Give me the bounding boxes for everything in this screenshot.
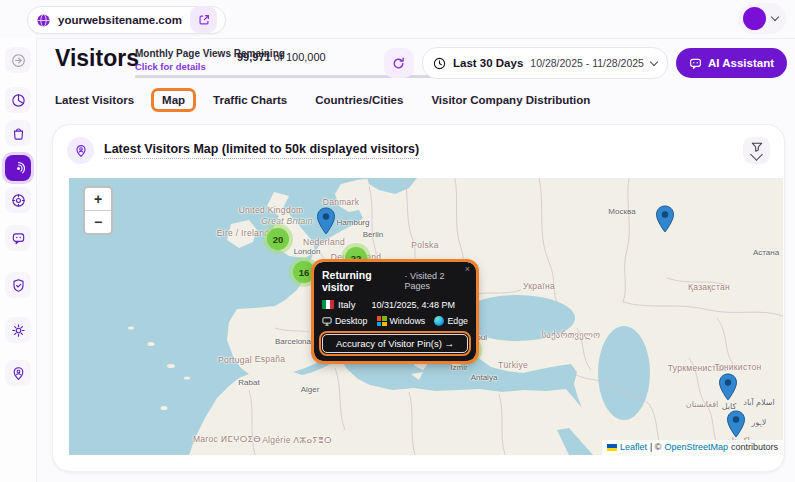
location-person-icon xyxy=(11,366,26,381)
map-place-label: Alger xyxy=(301,385,320,394)
ai-assistant-button[interactable]: AI Assistant xyxy=(676,48,787,78)
zoom-out-button[interactable]: − xyxy=(85,211,111,233)
top-bar: yourwebsitename.com xyxy=(0,0,795,39)
map-place-label: Great Britain xyxy=(261,216,313,226)
map-place-label: Algérie ⴷⵣⴰⵢⴻⵔ xyxy=(262,435,332,445)
range-dates: 10/28/2025 - 11/28/2025 xyxy=(530,57,644,69)
map-place-label: Polska xyxy=(411,240,438,250)
map-pin-icon xyxy=(718,373,738,401)
external-link-icon xyxy=(197,13,211,27)
sidebar-item-recordings[interactable] xyxy=(5,187,31,213)
map-pin-icon xyxy=(655,205,675,233)
map-place-label: افغانستان xyxy=(686,400,718,409)
map-place-label: España xyxy=(255,354,286,364)
edge-browser-icon xyxy=(434,316,444,326)
map-place-label: Türkiye xyxy=(498,360,528,370)
ai-assistant-label: AI Assistant xyxy=(708,57,774,69)
bag-icon xyxy=(11,126,26,141)
avatar xyxy=(743,7,766,30)
tab-countries-cities[interactable]: Countries/Cities xyxy=(315,94,403,106)
visitors-map-icon-badge xyxy=(67,137,94,164)
pie-chart-icon xyxy=(11,93,26,108)
tab-map[interactable]: Map xyxy=(162,94,185,110)
popup-device: Desktop xyxy=(335,316,367,326)
tab-bar: Latest Visitors Map Traffic Charts Count… xyxy=(55,94,590,106)
sidebar-item-communication[interactable] xyxy=(5,225,31,251)
popup-pages: · Visited 2 Pages xyxy=(405,271,468,291)
cluster-count: 16 xyxy=(293,261,315,283)
visitor-pin-marker[interactable] xyxy=(316,207,336,235)
visitors-radar-icon xyxy=(11,161,26,176)
map-place-label: Москва xyxy=(608,207,635,216)
open-website-button[interactable] xyxy=(190,6,217,33)
leaflet-map[interactable]: United KingdomGreat BritainÉire / Irelan… xyxy=(69,178,783,455)
tab-visitor-company-distribution[interactable]: Visitor Company Distribution xyxy=(431,94,590,106)
map-pin-person-icon xyxy=(74,144,88,158)
tab-latest-visitors[interactable]: Latest Visitors xyxy=(55,94,134,106)
map-place-label: لاہور xyxy=(752,418,767,428)
map-place-label: Rabat xyxy=(238,378,259,387)
map-place-label: Қазақстан xyxy=(688,282,730,292)
map-place-label: Астана xyxy=(753,248,779,257)
date-range-picker[interactable]: Last 30 Days 10/28/2025 - 11/28/2025 xyxy=(422,47,668,79)
sidebar-item-settings[interactable] xyxy=(5,317,31,343)
map-place-label: United Kingdom xyxy=(239,205,304,215)
sidebar-item-visitors-active[interactable] xyxy=(2,152,34,184)
sidebar-item-location[interactable] xyxy=(5,360,31,386)
map-attribution: Leaflet | © OpenStreetMap contributors xyxy=(602,440,783,455)
chevron-down-icon xyxy=(650,57,658,65)
close-icon[interactable]: × xyxy=(465,264,470,274)
gear-icon xyxy=(11,323,26,338)
map-card: Latest Visitors Map (limited to 50k disp… xyxy=(52,124,785,472)
visitor-cluster-marker[interactable]: 20 xyxy=(263,224,293,254)
map-place-label: Portugal xyxy=(218,355,252,365)
map-place-label: اسلام آباد xyxy=(743,398,774,407)
map-place-label: Hamburg xyxy=(337,218,370,227)
visitor-pin-marker[interactable] xyxy=(726,410,746,438)
popup-datetime: 10/31/2025, 4:48 PM xyxy=(371,300,455,310)
account-menu[interactable] xyxy=(738,3,786,34)
sidebar-item-company[interactable] xyxy=(5,120,31,146)
map-pin-icon xyxy=(316,207,336,235)
quota-details-link[interactable]: Click for details xyxy=(135,61,206,72)
chevron-down-icon xyxy=(771,13,779,21)
visitor-pin-marker[interactable] xyxy=(718,373,738,401)
globe-icon xyxy=(36,13,51,28)
map-filter-button[interactable] xyxy=(743,137,770,164)
map-place-label: Éire / Ireland xyxy=(217,228,269,238)
ukraine-flag-icon xyxy=(607,444,617,451)
cluster-count: 20 xyxy=(267,228,289,250)
sidebar-item-statistics[interactable] xyxy=(5,87,31,113)
map-place-label: Точикистон xyxy=(714,362,761,372)
italy-flag-icon xyxy=(322,300,334,309)
refresh-button[interactable] xyxy=(384,48,414,78)
leaflet-link[interactable]: Leaflet xyxy=(620,442,647,452)
tab-traffic-charts[interactable]: Traffic Charts xyxy=(213,94,287,106)
page-title: Visitors xyxy=(55,45,139,72)
sidebar xyxy=(0,38,37,482)
map-zoom-control: + − xyxy=(83,186,113,235)
windows-icon xyxy=(377,316,387,326)
openstreetmap-link[interactable]: OpenStreetMap xyxy=(664,442,728,452)
map-place-label: Nederland xyxy=(303,237,345,247)
map-place-label: საქართველო xyxy=(542,330,600,340)
accuracy-of-visitor-pins-button[interactable]: Accuracy of Visitor Pin(s) → xyxy=(322,334,468,353)
range-label: Last 30 Days xyxy=(453,57,523,69)
website-name: yourwebsitename.com xyxy=(58,14,182,26)
zoom-in-button[interactable]: + xyxy=(85,188,111,211)
quota-value: 99,971 of 100,000 xyxy=(237,51,326,63)
map-pin-icon xyxy=(726,410,746,438)
popup-country: Italy xyxy=(338,299,355,310)
chat-icon xyxy=(11,231,26,246)
map-place-label: Maroc ⵍⵎⵖⵔⵉⴱ xyxy=(193,434,261,444)
expand-sidebar-button[interactable] xyxy=(5,47,31,73)
map-place-label: Україна xyxy=(523,281,555,291)
popup-os: Windows xyxy=(390,316,426,326)
map-place-label: Antalya xyxy=(471,373,498,382)
map-place-label: London xyxy=(294,247,321,256)
desktop-icon xyxy=(322,317,332,326)
main-content: Visitors Monthly Page Views Remaining Cl… xyxy=(36,38,795,482)
visitor-pin-marker[interactable] xyxy=(655,205,675,233)
sidebar-item-privacy[interactable] xyxy=(5,272,31,298)
shield-check-icon xyxy=(11,278,26,293)
